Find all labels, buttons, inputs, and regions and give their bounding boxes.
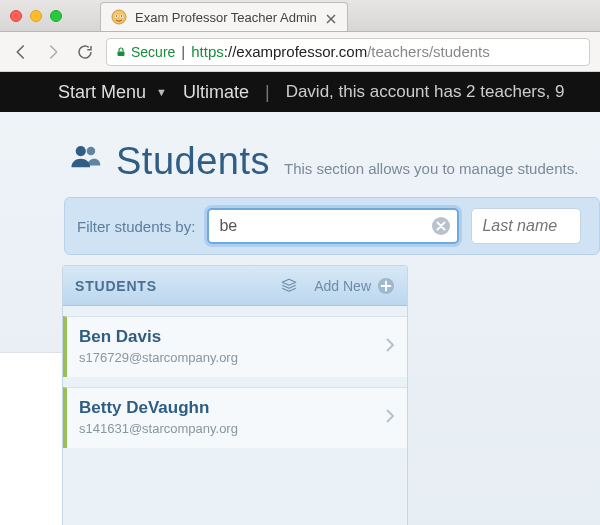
secure-badge: Secure	[115, 44, 175, 60]
back-button[interactable]	[10, 41, 32, 63]
svg-point-4	[121, 15, 122, 16]
svg-rect-5	[118, 51, 125, 56]
start-menu-label: Start Menu	[58, 82, 146, 103]
browser-tab[interactable]: Exam Professor Teacher Admin	[100, 2, 348, 31]
app-topbar: Start Menu ▼ Ultimate | David, this acco…	[0, 72, 600, 112]
filter-label: Filter students by:	[77, 218, 195, 235]
page-body: Students This section allows you to mana…	[0, 112, 600, 525]
add-new-button[interactable]: Add New	[314, 277, 395, 295]
url-text: https://examprofessor.com/teachers/stude…	[191, 43, 490, 60]
svg-point-6	[76, 146, 86, 156]
url-host: ://examprofessor.com	[224, 43, 367, 60]
student-row[interactable]: Betty DeVaughn s141631@starcompany.org	[63, 387, 407, 448]
chevron-down-icon: ▼	[156, 86, 167, 98]
student-email: s141631@starcompany.org	[79, 421, 395, 436]
filter-bar: Filter students by:	[64, 197, 600, 255]
page-title: Students	[116, 140, 270, 183]
page-subtitle: This section allows you to manage studen…	[284, 160, 578, 177]
tab-close-icon[interactable]	[325, 11, 337, 23]
tab-title: Exam Professor Teacher Admin	[135, 10, 317, 25]
lock-icon	[115, 46, 127, 58]
url-scheme: https	[191, 43, 224, 60]
left-gutter	[0, 352, 62, 525]
student-row[interactable]: Ben Davis s176729@starcompany.org	[63, 316, 407, 377]
browser-toolbar: Secure | https://examprofessor.com/teach…	[0, 32, 600, 72]
panel-body: Ben Davis s176729@starcompany.org Betty …	[63, 306, 407, 525]
svg-point-7	[87, 147, 96, 156]
page-heading: Students This section allows you to mana…	[62, 112, 600, 193]
students-panel: STUDENTS Add New Ben Davis s176729@starc…	[62, 265, 408, 525]
plus-icon	[377, 277, 395, 295]
svg-point-0	[112, 10, 126, 24]
window-controls	[0, 0, 62, 32]
secure-label: Secure	[131, 44, 175, 60]
favicon-icon	[111, 9, 127, 25]
divider: |	[265, 82, 270, 103]
browser-tabstrip: Exam Professor Teacher Admin	[0, 0, 600, 32]
window-minimize-button[interactable]	[30, 10, 42, 22]
student-name: Betty DeVaughn	[79, 398, 395, 418]
address-bar[interactable]: Secure | https://examprofessor.com/teach…	[106, 38, 590, 66]
last-name-input[interactable]	[471, 208, 581, 244]
chevron-right-icon	[385, 409, 395, 427]
account-message: David, this account has 2 teachers, 9	[286, 82, 565, 102]
url-separator: |	[181, 43, 185, 60]
stack-icon[interactable]	[280, 277, 298, 295]
forward-button[interactable]	[42, 41, 64, 63]
students-icon	[68, 140, 102, 174]
panel-title: STUDENTS	[75, 278, 157, 294]
student-name: Ben Davis	[79, 327, 395, 347]
first-name-input[interactable]	[207, 208, 459, 244]
window-zoom-button[interactable]	[50, 10, 62, 22]
clear-input-icon[interactable]	[431, 216, 451, 236]
url-path: /teachers/students	[367, 43, 490, 60]
student-email: s176729@starcompany.org	[79, 350, 395, 365]
plan-label: Ultimate	[183, 82, 249, 103]
reload-button[interactable]	[74, 41, 96, 63]
start-menu-button[interactable]: Start Menu ▼	[58, 82, 167, 103]
add-new-label: Add New	[314, 278, 371, 294]
chevron-right-icon	[385, 338, 395, 356]
panel-header: STUDENTS Add New	[63, 266, 407, 306]
svg-point-3	[116, 15, 117, 16]
window-close-button[interactable]	[10, 10, 22, 22]
